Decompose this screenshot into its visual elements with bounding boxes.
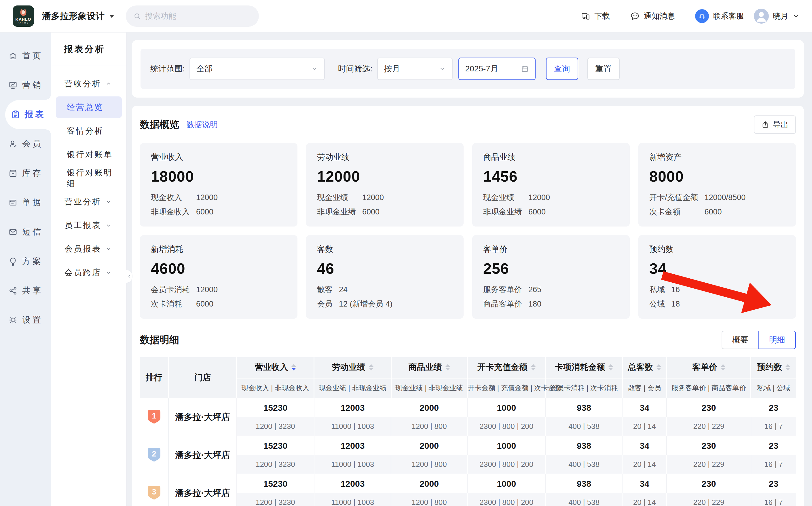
col-header-card-recharge[interactable]: 开卡充值金额 (467, 357, 546, 378)
submenu-group-revenue-analysis[interactable]: 营收分析 (56, 73, 122, 94)
card-sub-label: 非现金业绩 (317, 207, 356, 217)
card-title: 预约数 (649, 244, 785, 255)
card-sub-value: 180 (529, 299, 619, 309)
col-header-total-customers[interactable]: 总客数 (622, 357, 667, 378)
submenu-item-business-overview[interactable]: 经营总览 (56, 96, 122, 118)
col-header-bookings[interactable]: 预约数 (751, 357, 796, 378)
sidebar-item-settings[interactable]: 设置 (0, 306, 51, 335)
cell-main: 15230 (237, 436, 314, 455)
rank-badge: 2 (147, 447, 161, 462)
time-mode-select[interactable]: 按月 (377, 58, 453, 80)
org-switcher[interactable]: 潘多拉形象设计 (42, 10, 114, 22)
submenu-item-label: 营收分析 (65, 78, 101, 89)
cell-main: 2000 (391, 436, 467, 455)
sort-icon[interactable] (369, 364, 374, 370)
card-sub-value: 12000 (196, 192, 287, 202)
month-picker-value: 2025-7月 (465, 63, 498, 74)
table-row[interactable]: 3 潘多拉·大坪店 15230 12003 2000 1000 938 34 2… (140, 474, 796, 493)
col-header-revenue[interactable]: 营业收入 (237, 357, 314, 378)
month-picker[interactable]: 2025-7月 (459, 58, 536, 80)
sidebar-item-label: 会员 (22, 138, 43, 150)
cell-sub: 1200 | 800 (391, 493, 467, 506)
submenu-group-operation-analysis[interactable]: 营业分析 (56, 191, 122, 213)
sidebar-item-members[interactable]: 会员 (0, 129, 51, 159)
cell-sub: 400 | 538 (546, 417, 623, 436)
sidebar-item-share[interactable]: 共享 (0, 276, 51, 306)
data-notes-link[interactable]: 数据说明 (186, 119, 218, 130)
user-menu[interactable]: 晓月 (754, 9, 799, 24)
export-button[interactable]: 导出 (754, 115, 796, 134)
notifications-button[interactable]: 通知消息 (630, 11, 675, 21)
calendar-icon (521, 65, 529, 73)
card-sub-label: 公域 (649, 299, 665, 309)
sidebar-item-reports[interactable]: 报表 (5, 100, 51, 129)
stat-cards: 营业收入 18000 现金收入12000 非现金收入6000 劳动业绩 1200… (140, 143, 796, 319)
submenu-item-bank-statement[interactable]: 银行对账单 (56, 144, 122, 165)
card-sub-label: 开卡/充值金额 (649, 192, 698, 202)
sidebar-item-documents[interactable]: 单据 (0, 188, 51, 217)
sort-icon[interactable] (608, 364, 613, 370)
sort-icon[interactable] (721, 364, 725, 370)
share-icon (8, 286, 17, 295)
sort-icon[interactable] (445, 364, 450, 370)
submenu-item-customer-analysis[interactable]: 客情分析 (56, 120, 122, 142)
submenu-group-staff-reports[interactable]: 员工报表 (56, 215, 122, 236)
submenu-item-bank-statement-detail[interactable]: 银行对账明细 (56, 167, 122, 189)
sidebar-item-label: 库存 (22, 168, 43, 179)
cell-main: 938 (546, 436, 623, 455)
reset-button[interactable]: 重置 (587, 58, 620, 80)
card-sub-label: 会员 (317, 299, 333, 309)
cell-main: 34 (622, 398, 667, 417)
col-header-goods[interactable]: 商品业绩 (391, 357, 467, 378)
submenu-item-label: 银行对账明细 (67, 167, 117, 189)
sidebar-item-plans[interactable]: 方案 (0, 247, 51, 276)
sidebar-item-inventory[interactable]: 库存 (0, 159, 51, 188)
query-button[interactable]: 查询 (546, 58, 578, 80)
sort-icon[interactable] (656, 364, 661, 370)
cell-main: 23 (751, 398, 796, 417)
search-input[interactable] (145, 12, 251, 21)
cell-main: 12003 (314, 474, 391, 493)
username: 晓月 (773, 11, 788, 21)
card-sub-value: 6000 (362, 207, 453, 217)
col-header-service[interactable]: 劳动业绩 (314, 357, 391, 378)
table-row[interactable]: 1 潘多拉·大坪店 15230 12003 2000 1000 938 34 2… (140, 398, 796, 417)
sidebar-item-label: 共享 (22, 285, 43, 297)
cell-main: 230 (667, 398, 751, 417)
toggle-summary-button[interactable]: 概要 (722, 331, 759, 349)
card-value: 46 (317, 260, 453, 277)
export-icon (761, 120, 769, 129)
chat-dots-icon (630, 11, 640, 21)
col-header-card-consumption[interactable]: 卡项消耗金额 (546, 357, 623, 378)
store-name: 潘多拉·大坪店 (168, 398, 237, 436)
cell-sub: 11000 | 1003 (314, 417, 391, 436)
table-row[interactable]: 2 潘多拉·大坪店 15230 12003 2000 1000 938 34 2… (140, 436, 796, 455)
cell-sub: 2300 | 800 | 200 (467, 455, 546, 474)
card-sub-value: 6000 (196, 207, 287, 217)
top-bar: KAHLO FARMS 潘多拉形象设计 下载 通知消息 (0, 0, 812, 32)
sidebar-item-marketing[interactable]: 营销 (0, 71, 51, 100)
primary-sidebar: 首页 营销 报表 会员 库存 单据 短信 方案 (0, 32, 51, 506)
table-row-breakdown: 1200 | 3230 11000 | 1003 1200 | 800 2300… (140, 455, 796, 474)
global-search[interactable] (126, 5, 259, 27)
toggle-detail-button[interactable]: 明细 (758, 331, 796, 349)
cell-sub: 1200 | 3230 (237, 455, 314, 474)
headset-icon (695, 9, 709, 23)
table-row-breakdown: 1200 | 3230 11000 | 1003 1200 | 800 2300… (140, 493, 796, 506)
submenu-group-member-cross-store[interactable]: 会员跨店 (56, 262, 122, 283)
sort-icon[interactable] (531, 364, 536, 370)
col-header-avg-ticket[interactable]: 客单价 (667, 357, 751, 378)
download-button[interactable]: 下载 (581, 11, 610, 21)
user-check-icon (8, 139, 17, 149)
sort-icon[interactable] (292, 364, 296, 370)
chevron-down-icon (311, 65, 318, 72)
sidebar-item-sms[interactable]: 短信 (0, 217, 51, 247)
sort-icon[interactable] (786, 364, 790, 370)
support-button[interactable]: 联系客服 (695, 9, 744, 23)
sidebar-item-home[interactable]: 首页 (0, 41, 51, 71)
scope-select[interactable]: 全部 (189, 58, 325, 80)
stat-card-avg-ticket: 客单价 256 服务客单价265 商品客单价180 (472, 235, 630, 319)
card-title: 客数 (317, 244, 453, 255)
scope-filter-label: 统计范围: (150, 63, 185, 74)
submenu-group-member-reports[interactable]: 会员报表 (56, 238, 122, 260)
